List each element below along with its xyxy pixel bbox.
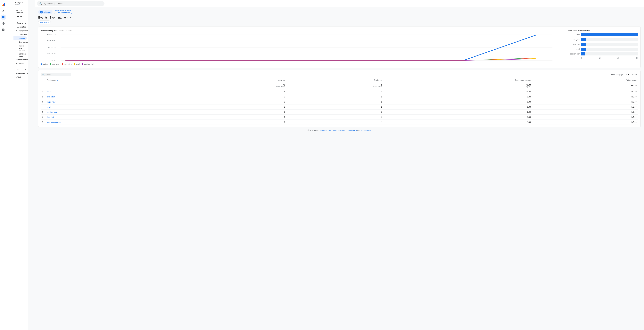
svg-rect-1 <box>3 4 4 6</box>
bar-chart-xaxis: 0 10 20 30 <box>568 57 638 59</box>
sidebar-item-demographics[interactable]: ▶ Demographics <box>14 72 27 75</box>
property-selector[interactable]: Analytics <box>15 2 26 4</box>
col-total-users[interactable]: Total users <box>287 78 384 82</box>
event-name-link[interactable]: first_visit <box>46 116 54 118</box>
table-search[interactable]: 🔍 <box>40 72 71 76</box>
sidebar-item-conversions[interactable]: Conversions <box>14 40 27 44</box>
analytics-logo <box>2 2 5 6</box>
sidebar-item-retention[interactable]: Retention <box>14 62 27 66</box>
col-total-revenue[interactable]: Total revenue <box>532 78 638 82</box>
totals-row: 47 100% of total 1 100% of total 47.00 A… <box>40 82 638 89</box>
table-row: 1 action 34 1 34.00 kr0.00 <box>40 89 638 94</box>
table-row: 4 scroll 3 1 3.00 kr0.00 <box>40 104 638 110</box>
bar-chart: action form_start page_view <box>568 33 638 59</box>
table-row: 2 form_start 3 1 3.00 kr0.00 <box>40 94 638 100</box>
lifecycle-section: Life cycle ▲ ▶ Acquisition ▼ Engagement … <box>14 20 28 66</box>
col-event-count-per-user[interactable]: Event count per user <box>384 78 532 82</box>
event-name-link[interactable]: page_view <box>46 101 55 103</box>
event-name-link[interactable]: user_engagement <box>46 121 61 123</box>
sidebar-item-overview[interactable]: Overview <box>14 32 27 36</box>
all-users-badge: A All Users <box>38 10 52 14</box>
page-title: Events: Event name <box>38 16 66 20</box>
sidebar-content: Analytics foobar ▾ Reports snapshot Real… <box>14 0 28 330</box>
sidebar-item-reports-snapshot[interactable]: Reports snapshot <box>14 8 28 14</box>
legend-action: action <box>41 63 48 65</box>
rows-per-page: Rows per page: 10 25 50 <box>611 73 630 76</box>
nav-reports-icon[interactable] <box>0 14 6 20</box>
bar-row-page-view: page_view <box>568 43 638 46</box>
col-event-count[interactable]: ↓ Event count <box>187 78 287 82</box>
search-box[interactable]: 🔍 <box>37 1 104 6</box>
table-search-icon: 🔍 <box>42 74 44 76</box>
col-num <box>40 78 45 82</box>
filter-plus-icon: + <box>48 21 49 24</box>
table-row: 5 session_start 2 1 2.00 kr0.00 <box>40 110 638 114</box>
table-row: 6 first_visit 1 1 1.00 kr0.00 <box>40 114 638 120</box>
chart-legend: action form_start page_view scroll <box>41 63 560 65</box>
add-filter-button[interactable]: Add filter + <box>38 20 51 24</box>
pagination-info: 1-7 of 7 <box>632 74 638 76</box>
add-col-icon[interactable]: + <box>57 79 58 81</box>
lifecycle-header[interactable]: Life cycle ▲ <box>14 21 28 25</box>
svg-text:20: 20 <box>47 46 56 48</box>
bar-fill-form-start <box>581 38 586 41</box>
sidebar-item-monetisation[interactable]: ▶ Monetisation <box>14 58 27 62</box>
plus-icon: + <box>56 11 56 13</box>
table-container: 🔍 Rows per page: 10 25 50 1-7 of 7 <box>38 70 641 127</box>
nav-explore-icon[interactable] <box>0 21 6 26</box>
bar-row-action: action <box>568 33 638 36</box>
event-name-link[interactable]: session_start <box>46 111 58 113</box>
table-search-input[interactable] <box>45 74 69 76</box>
user-header[interactable]: User ▲ <box>14 68 28 72</box>
sidebar-item-pages-screens[interactable]: Pages and screens <box>14 44 27 52</box>
table-row: 7 user_engagement 1 1 1.00 kr0.00 <box>40 120 638 125</box>
send-feedback-link[interactable]: Send feedback <box>360 129 371 131</box>
bar-row-session-start: session_start <box>568 52 638 56</box>
table-toolbar: 🔍 Rows per page: 10 25 50 1-7 of 7 <box>40 72 638 76</box>
event-name-link[interactable]: form_start <box>46 96 55 98</box>
event-name-link[interactable]: scroll <box>46 106 51 108</box>
comparison-bar: A All Users + Add comparison <box>38 10 641 14</box>
sidebar-item-tech[interactable]: ▶ Tech <box>14 75 27 79</box>
bar-chart-title: Event count by Event name <box>568 30 638 32</box>
bar-fill-action <box>581 33 638 36</box>
analytics-home-link[interactable]: Analytics home <box>320 129 331 131</box>
search-input[interactable] <box>43 2 102 5</box>
terms-link[interactable]: Terms of Service <box>332 129 345 131</box>
nav-icons <box>0 0 7 330</box>
add-comparison-button[interactable]: + Add comparison <box>54 10 72 14</box>
legend-page-view: page_view <box>62 63 72 65</box>
event-name-link[interactable]: action <box>46 91 52 93</box>
line-chart-section: Event count by Event name over time 40 3… <box>41 30 560 65</box>
send-feedback-icon: ✉ <box>358 129 360 131</box>
sidebar-item-events[interactable]: Events <box>14 36 27 40</box>
bar-row-form-start: form_start <box>568 38 638 41</box>
sidebar-item-acquisition[interactable]: ▶ Acquisition <box>14 25 27 29</box>
sidebar-item-realtime[interactable]: Real-time <box>14 14 28 19</box>
charts-container: Event count by Event name over time 40 3… <box>38 26 641 68</box>
filter-bar: Add filter + <box>38 20 641 24</box>
page-header: A All Users + Add comparison Events: Eve… <box>38 10 641 24</box>
svg-text:30: 30 <box>47 40 56 42</box>
footer: ©2023 Google | Analytics home | Terms of… <box>38 127 641 134</box>
svg-text:10: 10 <box>47 53 56 55</box>
sidebar-item-engagement[interactable]: ▼ Engagement <box>14 29 27 32</box>
line-chart: 40 30 20 10 0 03 May 05 0 <box>41 33 560 61</box>
legend-form-start: form_start <box>50 63 60 65</box>
rows-per-page-select[interactable]: 10 25 50 <box>625 73 630 76</box>
svg-rect-0 <box>2 5 3 6</box>
bar-fill-session-start <box>581 52 584 56</box>
title-check-icon: ✓ <box>67 16 69 19</box>
legend-scroll: scroll <box>74 63 80 65</box>
legend-session-start: session_start <box>82 63 94 65</box>
title-dropdown-icon[interactable]: ▾ <box>70 16 71 19</box>
user-chevron: ▲ <box>25 69 26 70</box>
nav-advertising-icon[interactable] <box>0 27 6 32</box>
nav-home-icon[interactable] <box>0 8 6 14</box>
all-users-avatar: A <box>40 11 43 14</box>
bar-chart-section: Event count by Event name action form_st… <box>568 30 638 65</box>
user-section: User ▲ ▶ Demographics ▶ Tech <box>14 66 28 80</box>
privacy-link[interactable]: Privacy policy <box>346 129 357 131</box>
sidebar-item-landing-page[interactable]: Landing page <box>14 52 27 58</box>
topbar: 🔍 <box>35 0 644 7</box>
